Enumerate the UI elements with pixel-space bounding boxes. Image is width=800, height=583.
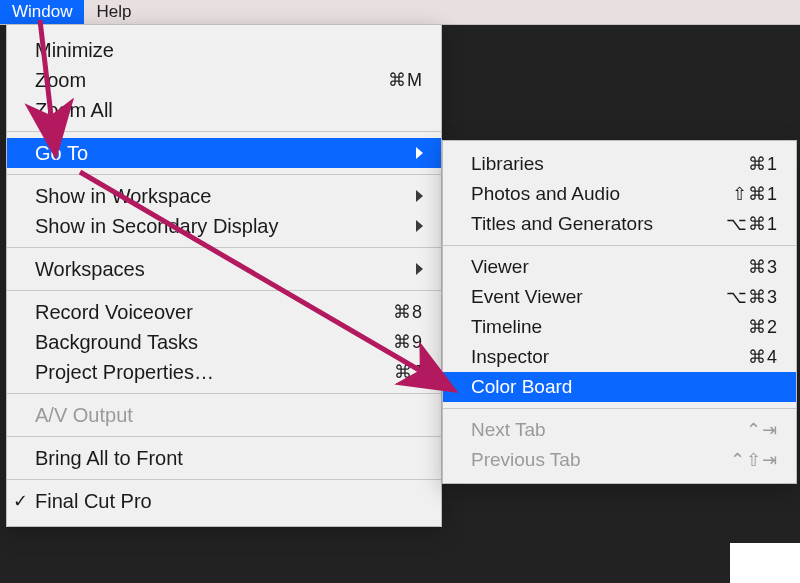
menu-item-zoom-all[interactable]: Zoom All [7,95,441,125]
menu-item-show-in-workspace[interactable]: Show in Workspace [7,181,441,211]
submenu-arrow-icon [416,220,423,232]
menu-item-next-tab: Next Tab ⌃⇥ [443,415,796,445]
menu-item-shortcut: ⌘8 [393,301,423,323]
menu-item-label: Final Cut Pro [35,490,423,513]
menu-item-zoom[interactable]: Zoom ⌘M [7,65,441,95]
menubar-item-window[interactable]: Window [0,0,84,24]
menu-item-shortcut: ⌥⌘3 [726,286,778,308]
menu-item-inspector[interactable]: Inspector ⌘4 [443,342,796,372]
menubar: Window Help [0,0,800,25]
menu-item-minimize[interactable]: Minimize [7,35,441,65]
menu-item-shortcut: ⌘J [394,361,423,383]
menu-item-go-to[interactable]: Go To [7,138,441,168]
menu-item-label: Project Properties… [35,361,394,384]
menu-item-shortcut: ⌘2 [748,316,778,338]
menu-item-label: Bring All to Front [35,447,423,470]
menu-item-final-cut-pro[interactable]: ✓ Final Cut Pro [7,486,441,516]
menu-separator [7,479,441,480]
submenu-arrow-icon [416,190,423,202]
menu-separator [443,245,796,246]
menubar-label: Help [96,2,131,22]
menu-item-label: Minimize [35,39,423,62]
menu-item-label: A/V Output [35,404,423,427]
menu-item-shortcut: ⌃⇥ [746,419,778,441]
menu-separator [443,408,796,409]
menu-item-shortcut: ⌘9 [393,331,423,353]
window-menu: Minimize Zoom ⌘M Zoom All Go To Show in … [6,24,442,527]
menu-item-color-board[interactable]: Color Board [443,372,796,402]
menu-item-libraries[interactable]: Libraries ⌘1 [443,149,796,179]
menu-separator [7,290,441,291]
menu-item-shortcut: ⌘1 [748,153,778,175]
menu-item-shortcut: ⌘M [388,69,423,91]
menu-item-shortcut: ⇧⌘1 [732,183,778,205]
menu-item-label: Previous Tab [471,449,730,471]
menu-item-project-properties[interactable]: Project Properties… ⌘J [7,357,441,387]
menu-item-label: Background Tasks [35,331,393,354]
submenu-arrow-icon [416,147,423,159]
menu-item-background-tasks[interactable]: Background Tasks ⌘9 [7,327,441,357]
menu-item-label: Next Tab [471,419,746,441]
menu-item-show-in-secondary[interactable]: Show in Secondary Display [7,211,441,241]
menubar-label: Window [12,2,72,22]
menu-item-label: Libraries [471,153,748,175]
submenu-arrow-icon [416,263,423,275]
menu-item-shortcut: ⌘4 [748,346,778,368]
menu-item-timeline[interactable]: Timeline ⌘2 [443,312,796,342]
menu-item-record-voiceover[interactable]: Record Voiceover ⌘8 [7,297,441,327]
menu-item-av-output: A/V Output [7,400,441,430]
menu-item-label: Titles and Generators [471,213,726,235]
menubar-item-help[interactable]: Help [84,0,143,24]
menu-separator [7,393,441,394]
menu-item-previous-tab: Previous Tab ⌃⇧⇥ [443,445,796,475]
menu-item-bring-all-to-front[interactable]: Bring All to Front [7,443,441,473]
menu-item-label: Color Board [471,376,778,398]
menu-item-viewer[interactable]: Viewer ⌘3 [443,252,796,282]
menu-item-photos-and-audio[interactable]: Photos and Audio ⇧⌘1 [443,179,796,209]
menu-item-label: Record Voiceover [35,301,393,324]
menu-item-workspaces[interactable]: Workspaces [7,254,441,284]
menu-item-titles-and-generators[interactable]: Titles and Generators ⌥⌘1 [443,209,796,239]
menu-item-label: Zoom [35,69,388,92]
menu-item-label: Workspaces [35,258,406,281]
menu-item-label: Photos and Audio [471,183,732,205]
menu-item-label: Show in Secondary Display [35,215,406,238]
menu-item-shortcut: ⌘3 [748,256,778,278]
menu-item-label: Event Viewer [471,286,726,308]
checkmark-icon: ✓ [13,490,28,512]
menu-item-label: Zoom All [35,99,423,122]
menu-item-label: Show in Workspace [35,185,406,208]
menu-item-event-viewer[interactable]: Event Viewer ⌥⌘3 [443,282,796,312]
menu-item-label: Viewer [471,256,748,278]
menu-item-shortcut: ⌥⌘1 [726,213,778,235]
menu-item-label: Go To [35,142,406,165]
menu-separator [7,131,441,132]
menu-item-label: Timeline [471,316,748,338]
menu-item-shortcut: ⌃⇧⇥ [730,449,778,471]
menu-separator [7,247,441,248]
menu-item-label: Inspector [471,346,748,368]
menu-separator [7,436,441,437]
go-to-submenu: Libraries ⌘1 Photos and Audio ⇧⌘1 Titles… [442,140,797,484]
menu-separator [7,174,441,175]
